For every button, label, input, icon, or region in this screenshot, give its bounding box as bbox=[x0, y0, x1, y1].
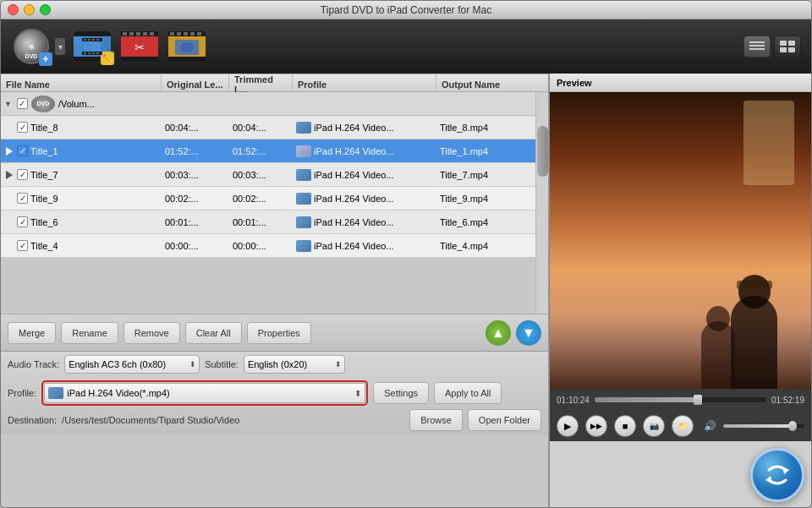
row-profile: iPad H.264 Video... bbox=[293, 169, 436, 181]
preview-timeline: 01:10:24 01:52:19 bbox=[550, 389, 811, 411]
destination-row: Destination: /Users/test/Documents/Tipar… bbox=[8, 409, 541, 431]
row-trimmed: 00:04:... bbox=[229, 123, 293, 133]
browse-button[interactable]: Browse bbox=[409, 409, 463, 431]
grid-view-button[interactable] bbox=[774, 36, 801, 57]
row-checkbox[interactable] bbox=[17, 122, 28, 133]
expand-icon[interactable]: ▼ bbox=[4, 100, 12, 108]
svg-text:✂: ✂ bbox=[134, 41, 145, 54]
destination-label: Destination: bbox=[8, 415, 57, 425]
profile-select[interactable]: iPad H.264 Video(*.mp4) ⬍ bbox=[44, 383, 365, 403]
root-name-cell: ▼ DVD /Volum... bbox=[1, 96, 162, 112]
maximize-button[interactable] bbox=[40, 4, 51, 15]
properties-button[interactable]: Properties bbox=[247, 322, 311, 344]
svg-rect-36 bbox=[788, 47, 795, 52]
progress-bar[interactable] bbox=[595, 397, 766, 402]
row-profile: iPad H.264 Video... bbox=[293, 145, 436, 157]
remove-button[interactable]: Remove bbox=[123, 322, 180, 344]
row-checkbox[interactable] bbox=[17, 216, 28, 227]
edit-video-button[interactable]: ✏️ bbox=[72, 26, 112, 67]
table-row[interactable]: Title_1 01:52:... 01:52:... iPad H.264 V… bbox=[1, 139, 535, 163]
profile-select-icon bbox=[48, 387, 63, 399]
convert-arrows-icon bbox=[762, 460, 793, 490]
move-up-button[interactable]: ▲ bbox=[486, 320, 511, 346]
svg-rect-18 bbox=[150, 32, 154, 36]
load-dvd-dropdown[interactable] bbox=[55, 38, 65, 55]
table-main: ▼ DVD /Volum... bbox=[1, 92, 535, 314]
row-profile-text: iPad H.264 Video... bbox=[314, 123, 394, 133]
svg-rect-27 bbox=[197, 32, 201, 36]
table-row[interactable]: Title_4 00:00:... 00:00:... iPad H.264 V… bbox=[1, 234, 535, 258]
apply-to-all-button[interactable]: Apply to All bbox=[434, 382, 502, 404]
table-row[interactable]: Title_9 00:02:... 00:02:... iPad H.264 V… bbox=[1, 187, 535, 210]
table-row[interactable]: Title_6 00:01:... 00:01:... iPad H.264 V… bbox=[1, 210, 535, 234]
profile-icon bbox=[296, 193, 311, 205]
row-original: 01:52:... bbox=[162, 146, 229, 156]
svg-rect-14 bbox=[123, 32, 127, 36]
open-folder-button[interactable]: Open Folder bbox=[468, 409, 541, 431]
row-original: 00:04:... bbox=[162, 123, 229, 133]
table-row[interactable]: Title_7 00:03:... 00:03:... iPad H.264 V… bbox=[1, 163, 535, 187]
window-controls bbox=[8, 4, 51, 15]
load-dvd-group: + bbox=[11, 26, 65, 67]
row-checkbox[interactable] bbox=[17, 169, 28, 180]
root-checkbox[interactable] bbox=[17, 98, 28, 109]
play-control-button[interactable]: ▶ bbox=[557, 415, 579, 437]
minimize-button[interactable] bbox=[24, 4, 35, 15]
row-original: 00:00:... bbox=[162, 241, 229, 251]
row-checkbox[interactable] bbox=[17, 145, 28, 156]
volume-area: 🔊 bbox=[704, 420, 804, 432]
scroll-thumb[interactable] bbox=[537, 126, 548, 177]
progress-handle[interactable] bbox=[694, 395, 702, 405]
row-name-cell: Title_8 bbox=[1, 122, 162, 133]
move-down-button[interactable]: ▼ bbox=[516, 320, 541, 346]
load-dvd-button[interactable]: + bbox=[11, 26, 52, 67]
svg-rect-13 bbox=[121, 57, 158, 62]
rename-button[interactable]: Rename bbox=[61, 322, 118, 344]
subtitle-select[interactable]: English (0x20) ⬍ bbox=[244, 355, 345, 374]
list-view-button[interactable] bbox=[743, 36, 771, 57]
row-name-cell: Title_6 bbox=[1, 216, 162, 227]
svg-rect-8 bbox=[88, 52, 91, 54]
root-name: /Volum... bbox=[58, 99, 95, 109]
svg-rect-24 bbox=[177, 32, 181, 36]
stop-button[interactable]: ■ bbox=[614, 415, 636, 437]
convert-button[interactable] bbox=[750, 448, 804, 502]
svg-rect-35 bbox=[780, 47, 787, 52]
scene-figure bbox=[731, 296, 777, 389]
svg-rect-3 bbox=[84, 39, 86, 41]
row-output: Title_6.mp4 bbox=[436, 217, 535, 227]
root-row[interactable]: ▼ DVD /Volum... bbox=[1, 92, 535, 116]
audio-track-select[interactable]: English AC3 6ch (0x80) ⬍ bbox=[64, 355, 200, 374]
snapshot-button[interactable] bbox=[167, 26, 207, 67]
play-button[interactable] bbox=[4, 146, 14, 156]
merge-button[interactable]: Merge bbox=[8, 322, 56, 344]
svg-marker-37 bbox=[782, 467, 789, 474]
svg-rect-33 bbox=[780, 41, 787, 46]
play-button[interactable] bbox=[4, 170, 14, 180]
clear-all-button[interactable]: Clear All bbox=[185, 322, 242, 344]
row-name-cell: Title_1 bbox=[1, 145, 162, 156]
row-checkbox[interactable] bbox=[17, 240, 28, 251]
table-scrollbar[interactable] bbox=[535, 92, 548, 314]
svg-rect-23 bbox=[170, 32, 174, 36]
volume-slider[interactable] bbox=[723, 424, 804, 428]
svg-rect-7 bbox=[84, 52, 86, 54]
content-area: File Name Original Le... Trimmed L... Pr… bbox=[1, 74, 811, 508]
close-button[interactable] bbox=[8, 4, 19, 15]
snapshot-control-button[interactable]: 📷 bbox=[643, 415, 665, 437]
svg-rect-29 bbox=[180, 42, 194, 52]
svg-rect-0 bbox=[84, 41, 101, 52]
open-folder-control-button[interactable]: 📁 bbox=[672, 415, 694, 437]
row-original: 00:02:... bbox=[162, 194, 229, 204]
volume-handle[interactable] bbox=[788, 421, 797, 431]
clip-video-button[interactable]: ✂ bbox=[119, 26, 160, 67]
table-row[interactable]: Title_8 00:04:... 00:04:... iPad H.264 V… bbox=[1, 116, 535, 139]
settings-button[interactable]: Settings bbox=[373, 382, 429, 404]
row-name-cell: Title_4 bbox=[1, 240, 162, 251]
dvd-add-icon: + bbox=[39, 52, 52, 66]
edit-pencil-icon: ✏️ bbox=[101, 52, 114, 65]
fast-forward-button[interactable]: ▶▶ bbox=[585, 415, 607, 437]
svg-rect-22 bbox=[168, 57, 206, 62]
volume-icon: 🔊 bbox=[704, 420, 716, 432]
row-checkbox[interactable] bbox=[17, 193, 28, 204]
